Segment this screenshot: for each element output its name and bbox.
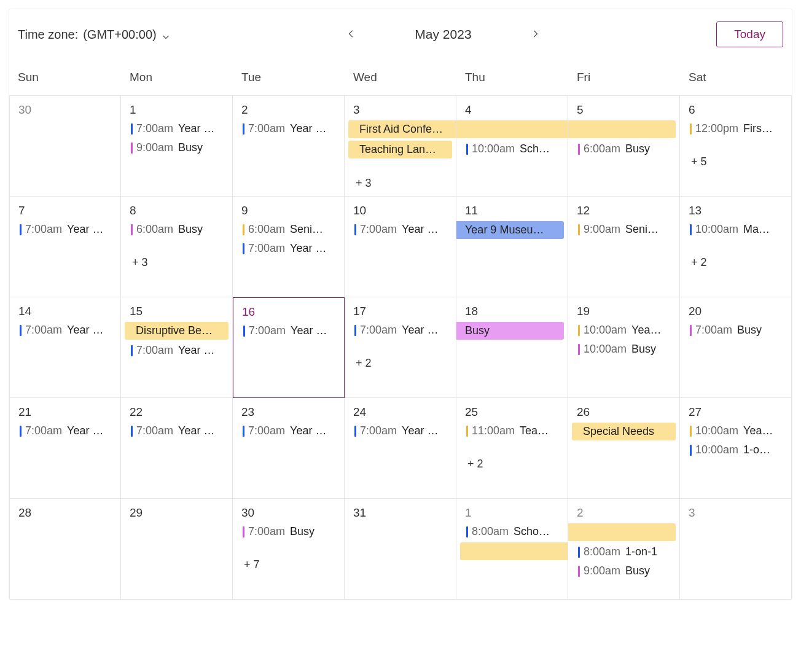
calendar-event[interactable]: 7:00amYear …: [14, 322, 117, 338]
event-time: 10:00am: [584, 324, 627, 337]
event-title: Teaching Lan…: [359, 143, 436, 156]
next-month-button[interactable]: [527, 25, 543, 45]
calendar-event-block[interactable]: Special Needs: [572, 423, 676, 440]
more-events-link[interactable]: + 7: [233, 553, 344, 571]
day-cell[interactable]: 1310:00amMa…+ 2: [680, 197, 792, 297]
calendar-event-block[interactable]: [460, 542, 568, 560]
day-cell[interactable]: 5 6:00amBusy: [568, 96, 680, 197]
chevron-left-icon: [347, 28, 356, 39]
day-cell[interactable]: 86:00amBusy+ 3: [121, 197, 233, 297]
more-events-link[interactable]: + 2: [345, 352, 456, 370]
day-cell[interactable]: 96:00amSeni…7:00amYear …: [233, 197, 345, 297]
calendar-event[interactable]: 7:00amYear …: [237, 322, 340, 339]
calendar-event[interactable]: 9:00amBusy: [125, 139, 229, 156]
today-button[interactable]: Today: [716, 21, 783, 47]
day-cell[interactable]: 177:00amYear …+ 2: [345, 297, 456, 398]
day-cell[interactable]: 26Special Needs: [568, 398, 680, 499]
day-cell[interactable]: 77:00amYear …: [9, 197, 121, 297]
day-cell[interactable]: 3: [680, 499, 792, 600]
day-cell[interactable]: 15Disruptive Be…7:00amYear …: [121, 297, 233, 398]
day-cell[interactable]: 612:00pmFirs…+ 5: [680, 96, 792, 197]
calendar-event[interactable]: 7:00amYear …: [14, 423, 117, 439]
calendar-event-block[interactable]: [456, 120, 568, 138]
more-events-link[interactable]: + 3: [121, 251, 232, 269]
calendar-event[interactable]: 8:00am1-on-1: [572, 544, 676, 560]
calendar-event[interactable]: 10:00amSch…: [460, 141, 564, 157]
day-cell[interactable]: 207:00amBusy: [680, 297, 792, 398]
more-events-link[interactable]: + 2: [456, 453, 568, 471]
calendar-event-block[interactable]: First Aid Confe…: [348, 120, 456, 138]
day-cell[interactable]: 167:00amYear …: [233, 297, 345, 398]
calendar-event[interactable]: 6:00amSeni…: [236, 221, 340, 238]
event-time: 10:00am: [695, 443, 738, 456]
calendar-event[interactable]: 7:00amYear …: [236, 120, 340, 137]
day-cell[interactable]: 147:00amYear …: [9, 297, 121, 398]
day-cell[interactable]: 247:00amYear …: [345, 398, 456, 499]
day-cell[interactable]: 30: [9, 96, 121, 197]
calendar-event-block[interactable]: Year 9 Museu…: [456, 221, 564, 239]
calendar-event-block[interactable]: Teaching Lan…: [348, 141, 452, 158]
more-events-link[interactable]: + 3: [345, 172, 456, 190]
prev-month-button[interactable]: [343, 25, 359, 45]
calendar-event[interactable]: 7:00amYear …: [348, 221, 452, 238]
day-cell[interactable]: 28: [9, 499, 121, 600]
day-cell[interactable]: 3First Aid Confe…Teaching Lan…+ 3: [345, 96, 456, 197]
calendar-event[interactable]: 9:00amSeni…: [572, 221, 676, 238]
calendar-event[interactable]: 7:00amYear …: [236, 423, 340, 439]
calendar-event[interactable]: 10:00amBusy: [572, 341, 676, 357]
timezone-selector[interactable]: Time zone: (GMT+00:00): [18, 28, 170, 42]
calendar-event[interactable]: 12:00pmFirs…: [684, 120, 787, 137]
calendar-event[interactable]: 7:00amYear …: [348, 322, 452, 338]
day-cell[interactable]: 11Year 9 Museu…: [456, 197, 568, 297]
calendar-event[interactable]: 9:00amBusy: [572, 563, 676, 579]
event-color-bar: [243, 326, 245, 337]
calendar-event[interactable]: 8:00amScho…: [460, 523, 564, 540]
event-title: 1-o…: [743, 443, 770, 456]
day-cell[interactable]: 2 8:00am1-on-19:00amBusy: [568, 499, 680, 600]
calendar-event[interactable]: 7:00amYear …: [14, 221, 117, 238]
calendar-event[interactable]: 7:00amBusy: [684, 322, 787, 338]
calendar-event[interactable]: 10:00amYea…: [572, 322, 676, 338]
event-list: 7:00amYear …: [345, 322, 456, 338]
day-cell[interactable]: 27:00amYear …: [233, 96, 345, 197]
calendar-event[interactable]: 10:00amMa…: [684, 221, 787, 238]
day-cell[interactable]: 129:00amSeni…: [568, 197, 680, 297]
day-cell[interactable]: 17:00amYear …9:00amBusy: [121, 96, 233, 197]
day-cell[interactable]: 4 10:00amSch…: [456, 96, 568, 197]
day-cell[interactable]: 2511:00amTea…+ 2: [456, 398, 568, 499]
calendar-event-block[interactable]: Busy: [456, 322, 564, 340]
calendar-event[interactable]: 6:00amBusy: [125, 221, 229, 238]
calendar-event[interactable]: 7:00amYear …: [125, 342, 229, 359]
more-events-link[interactable]: + 2: [680, 251, 791, 269]
day-cell[interactable]: 227:00amYear …: [121, 398, 233, 499]
calendar-event[interactable]: 10:00amYea…: [684, 423, 787, 439]
day-cell[interactable]: 18:00amScho…: [456, 499, 568, 600]
day-cell[interactable]: 1910:00amYea…10:00amBusy: [568, 297, 680, 398]
calendar-event[interactable]: 7:00amBusy: [236, 523, 340, 540]
calendar-event[interactable]: 7:00amYear …: [348, 423, 452, 439]
day-cell[interactable]: 29: [121, 499, 233, 600]
calendar-event[interactable]: 7:00amYear …: [125, 120, 229, 137]
calendar-event[interactable]: 7:00amYear …: [236, 240, 340, 257]
event-color-bar: [690, 426, 692, 437]
calendar-event[interactable]: 10:00am1-o…: [684, 442, 787, 458]
event-title: Special Needs: [583, 425, 654, 438]
calendar-event[interactable]: 7:00amYear …: [125, 423, 229, 439]
day-cell[interactable]: 307:00amBusy+ 7: [233, 499, 345, 600]
day-cell[interactable]: 217:00amYear …: [9, 398, 121, 499]
day-cell[interactable]: 237:00amYear …: [233, 398, 345, 499]
day-cell[interactable]: 18Busy: [456, 297, 568, 398]
calendar-event[interactable]: 11:00amTea…: [460, 423, 564, 439]
day-cell[interactable]: 107:00amYear …: [345, 197, 456, 297]
day-number: 15: [121, 297, 232, 322]
calendar-event-block[interactable]: Disruptive Be…: [125, 322, 229, 340]
calendar-event[interactable]: 6:00amBusy: [572, 141, 676, 157]
day-cell[interactable]: 31: [345, 499, 456, 600]
more-events-link[interactable]: + 5: [680, 150, 791, 168]
event-list: 6:00amBusy: [568, 120, 679, 157]
calendar-event-block[interactable]: [568, 523, 676, 541]
event-list: 10:00amYea…10:00amBusy: [568, 322, 679, 357]
day-cell[interactable]: 2710:00amYea…10:00am1-o…: [680, 398, 792, 499]
calendar-event-block[interactable]: [568, 120, 676, 138]
event-list: 8:00am1-on-19:00amBusy: [568, 523, 679, 579]
